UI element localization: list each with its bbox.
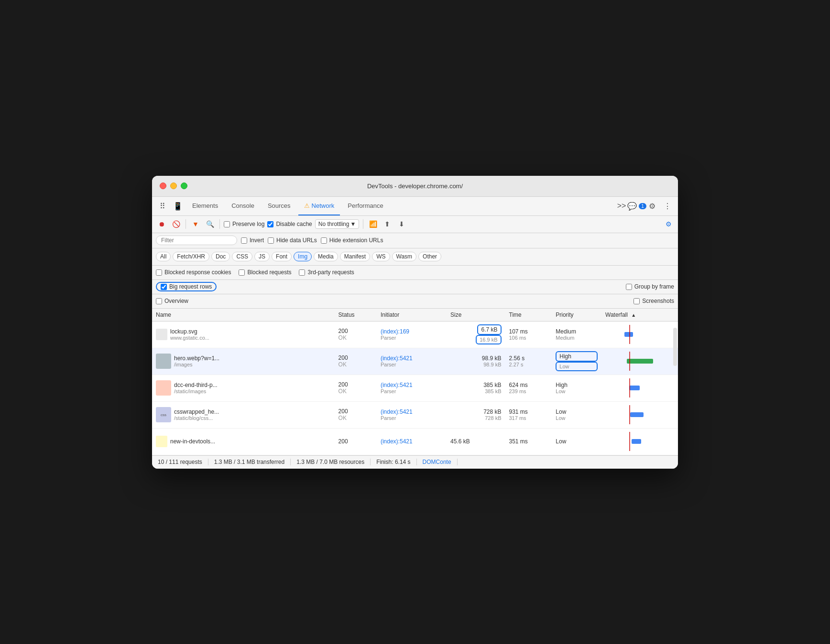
blocked-cookies-checkbox[interactable] [156, 269, 162, 276]
initiator-link[interactable]: (index):5421 [381, 408, 443, 415]
table-row[interactable]: dcc-end-third-p... /static/images 200 OK [152, 375, 678, 401]
hide-ext-urls-checkbox[interactable] [321, 237, 327, 244]
search-icon[interactable]: 🔍 [204, 218, 216, 230]
tab-performance[interactable]: Performance [342, 196, 389, 215]
download-icon[interactable]: ⬇ [396, 218, 407, 230]
blocked-cookies-label[interactable]: Blocked response cookies [156, 269, 231, 276]
type-filter-ws[interactable]: WS [372, 252, 390, 261]
inspect-icon[interactable]: ⠿ [156, 199, 169, 213]
time-cell: 624 ms 239 ms [505, 375, 552, 401]
type-filter-font[interactable]: Font [272, 252, 292, 261]
tab-console[interactable]: Console [226, 196, 260, 215]
tab-network[interactable]: ⚠ Network [298, 196, 340, 215]
filter-input[interactable] [156, 236, 237, 245]
size-cell: 98.9 kB 98.9 kB [447, 348, 505, 375]
feedback-button[interactable]: 💬1 [630, 199, 644, 213]
tab-sources[interactable]: Sources [262, 196, 296, 215]
size-sub-highlighted: 16.9 kB [476, 335, 501, 344]
waterfall-redline [629, 352, 630, 371]
third-party-label[interactable]: 3rd-party requests [299, 269, 354, 276]
type-filter-all[interactable]: All [156, 252, 171, 261]
hide-ext-urls-label[interactable]: Hide extension URLs [321, 237, 383, 244]
resource-icon [156, 380, 171, 396]
group-by-frame-checkbox[interactable] [626, 284, 632, 290]
priority-sub-highlighted: Low [556, 362, 598, 371]
initiator-link[interactable]: (index):5421 [381, 438, 413, 445]
stop-recording-button[interactable]: ⏺ [156, 218, 167, 230]
blocked-requests-checkbox[interactable] [239, 269, 245, 276]
waterfall-cell [601, 321, 678, 348]
invert-label[interactable]: Invert [241, 237, 264, 244]
more-tabs-button[interactable]: >> [615, 199, 628, 213]
preserve-log-label[interactable]: Preserve log [224, 221, 264, 227]
type-filter-img[interactable]: Img [294, 252, 312, 261]
table-row[interactable]: lockup.svg www.gstatic.co... 200 OK [152, 321, 678, 348]
overview-label[interactable]: Overview [156, 298, 188, 304]
col-waterfall[interactable]: Waterfall ▲ [601, 309, 678, 322]
col-size[interactable]: Size [447, 309, 505, 322]
hide-data-urls-label[interactable]: Hide data URLs [268, 237, 317, 244]
preserve-log-checkbox[interactable] [224, 221, 230, 227]
type-filter-manifest[interactable]: Manifest [340, 252, 370, 261]
waterfall-bar [629, 386, 640, 390]
type-filter-wasm[interactable]: Wasm [392, 252, 417, 261]
table-row[interactable]: css csswrapped_he... /static/blog/css...… [152, 401, 678, 428]
initiator-link[interactable]: (index):5421 [381, 382, 443, 388]
type-filter-fetch-xhr[interactable]: Fetch/XHR [173, 252, 209, 261]
col-name[interactable]: Name [152, 309, 335, 322]
waterfall-cell [601, 348, 678, 375]
type-filter-css[interactable]: CSS [232, 252, 252, 261]
screenshots-checkbox[interactable] [633, 298, 640, 304]
time-cell: 107 ms 106 ms [505, 321, 552, 348]
throttle-select[interactable]: No throttling ▼ [315, 219, 360, 229]
separator [186, 219, 186, 229]
col-priority[interactable]: Priority [552, 309, 601, 322]
type-filter-media[interactable]: Media [314, 252, 338, 261]
table-row[interactable]: new-in-devtools... 200 (index):5421 45.6… [152, 428, 678, 455]
scrollbar[interactable] [673, 328, 677, 366]
domcontent-link[interactable]: DOMConte [417, 459, 458, 465]
invert-checkbox[interactable] [241, 237, 247, 244]
clear-button[interactable]: 🚫 [170, 218, 182, 230]
requests-table: Name Status Initiator Size Time Priority… [152, 309, 678, 455]
resource-icon [156, 436, 167, 447]
priority-cell: High Low [552, 375, 601, 401]
col-time[interactable]: Time [505, 309, 552, 322]
overview-checkbox[interactable] [156, 298, 162, 304]
third-party-checkbox[interactable] [299, 269, 305, 276]
minimize-button[interactable] [170, 182, 177, 189]
tab-elements[interactable]: Elements [186, 196, 224, 215]
filter-icon[interactable]: ▼ [190, 218, 201, 230]
screenshots-label[interactable]: Screenshots [633, 298, 674, 304]
close-button[interactable] [160, 182, 166, 189]
sort-arrow-icon: ▲ [631, 312, 636, 318]
hide-data-urls-checkbox[interactable] [268, 237, 274, 244]
type-filter-js[interactable]: JS [254, 252, 270, 261]
device-toolbar-icon[interactable]: 📱 [171, 199, 185, 213]
gear-icon[interactable]: ⚙ [663, 218, 674, 230]
name-cell: dcc-end-third-p... /static/images [152, 375, 335, 401]
settings-icon[interactable]: ⚙ [645, 199, 659, 213]
disable-cache-label[interactable]: Disable cache [267, 221, 312, 227]
type-filter-doc[interactable]: Doc [211, 252, 230, 261]
name-sub: www.gstatic.co... [170, 335, 209, 341]
traffic-lights [160, 182, 187, 189]
initiator-link[interactable]: (index):5421 [381, 355, 443, 362]
initiator-link[interactable]: (index):169 [381, 328, 443, 335]
window-title: DevTools - developer.chrome.com/ [367, 182, 463, 190]
upload-icon[interactable]: ⬆ [382, 218, 393, 230]
maximize-button[interactable] [181, 182, 187, 189]
table-row[interactable]: hero.webp?w=1... /images 200 OK [152, 348, 678, 375]
big-request-rows-checkbox[interactable] [161, 284, 167, 290]
type-filter-other[interactable]: Other [418, 252, 441, 261]
disable-cache-checkbox[interactable] [267, 221, 273, 227]
wifi-icon[interactable]: 📶 [367, 218, 379, 230]
col-status[interactable]: Status [335, 309, 377, 322]
blocked-requests-label[interactable]: Blocked requests [239, 269, 291, 276]
big-request-rows-label[interactable]: Big request rows [156, 282, 217, 291]
more-options-icon[interactable]: ⋮ [661, 199, 674, 213]
name-cell: new-in-devtools... [152, 428, 335, 455]
group-by-frame-label[interactable]: Group by frame [626, 283, 674, 290]
col-initiator[interactable]: Initiator [377, 309, 447, 322]
warning-icon: ⚠ [304, 202, 310, 209]
